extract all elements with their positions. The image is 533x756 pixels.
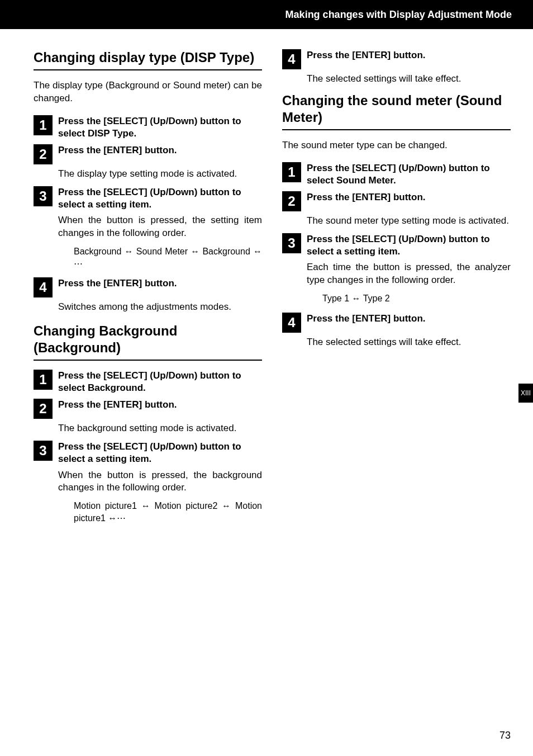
step-cycle-text: Type 1 ↔ Type 2 <box>322 292 511 305</box>
step-number-box: 4 <box>282 49 301 69</box>
step-body: The selected settings will take effect. <box>307 73 511 86</box>
step: 4 Press the [ENTER] button. <box>282 313 511 333</box>
step-body: Each time the button is pressed, the ana… <box>307 261 511 287</box>
header-title: Making changes with Display Adjustment M… <box>285 9 512 21</box>
step: 2 Press the [ENTER] button. <box>282 191 511 211</box>
section-heading: Changing the sound meter (Sound Meter) <box>282 92 511 126</box>
step-title: Press the [ENTER] button. <box>58 399 177 411</box>
step-title: Press the [SELECT] (Up/Down) button to s… <box>307 162 511 187</box>
step-number-box: 1 <box>282 162 301 182</box>
step-title: Press the [SELECT] (Up/Down) button to s… <box>307 233 511 258</box>
chapter-tab: XIII <box>518 384 533 403</box>
step: 1 Press the [SELECT] (Up/Down) button to… <box>34 115 262 140</box>
step-title: Press the [SELECT] (Up/Down) button to s… <box>58 441 262 465</box>
section-heading: Changing display type (DISP Type) <box>34 49 262 66</box>
step-number-box: 2 <box>34 399 53 419</box>
step-number-box: 1 <box>34 370 53 390</box>
content-area: Changing display type (DISP Type) The di… <box>0 29 533 532</box>
step: 4 Press the [ENTER] button. <box>282 49 511 69</box>
step-body: The selected settings will take effect. <box>307 336 511 349</box>
step-body: The background setting mode is activated… <box>58 422 262 435</box>
step: 1 Press the [SELECT] (Up/Down) button to… <box>34 370 262 394</box>
step-title: Press the [ENTER] button. <box>58 277 177 290</box>
step-number-box: 3 <box>282 233 301 253</box>
step: 4 Press the [ENTER] button. <box>34 277 262 297</box>
step-number-box: 2 <box>282 191 301 211</box>
step-title: Press the [SELECT] (Up/Down) button to s… <box>58 370 262 394</box>
step: 3 Press the [SELECT] (Up/Down) button to… <box>34 441 262 465</box>
step-number-box: 3 <box>34 186 53 206</box>
step-title: Press the [ENTER] button. <box>307 191 426 204</box>
step-title: Press the [ENTER] button. <box>307 313 426 325</box>
section-intro: The sound meter type can be changed. <box>282 139 511 152</box>
left-column: Changing display type (DISP Type) The di… <box>34 49 262 532</box>
step-title: Press the [ENTER] button. <box>307 49 426 62</box>
section-rule <box>34 69 262 70</box>
section-intro: The display type (Background or Sound me… <box>34 79 262 105</box>
step: 2 Press the [ENTER] button. <box>34 144 262 164</box>
step-title: Press the [SELECT] (Up/Down) button to s… <box>58 186 262 211</box>
step: 1 Press the [SELECT] (Up/Down) button to… <box>282 162 511 187</box>
step-body: Switches among the adjustments modes. <box>58 301 262 314</box>
step-title: Press the [ENTER] button. <box>58 144 177 157</box>
step-cycle-text: Background ↔ Sound Meter ↔ Background ↔ … <box>74 245 262 270</box>
step-title: Press the [SELECT] (Up/Down) button to s… <box>58 115 262 140</box>
step-body: The sound meter type setting mode is act… <box>307 215 511 228</box>
step-number-box: 2 <box>34 144 53 164</box>
page-number: 73 <box>499 730 511 741</box>
step-number-box: 4 <box>34 277 53 297</box>
step-number-box: 4 <box>282 313 301 333</box>
step-number-box: 1 <box>34 115 53 135</box>
section-rule <box>282 129 511 130</box>
step: 3 Press the [SELECT] (Up/Down) button to… <box>282 233 511 258</box>
step-body: The display type setting mode is activat… <box>58 168 262 181</box>
step-body: When the button is pressed, the backgrou… <box>58 469 262 495</box>
step-body: When the button is pressed, the setting … <box>58 214 262 240</box>
step-cycle-text: Motion picture1 ↔ Motion picture2 ↔ Moti… <box>74 500 262 524</box>
right-column: 4 Press the [ENTER] button. The selected… <box>282 49 511 532</box>
step-number-box: 3 <box>34 441 53 461</box>
section-rule <box>34 360 262 361</box>
section-heading: Changing Background (Background) <box>34 323 262 356</box>
top-bar: Making changes with Display Adjustment M… <box>0 0 533 29</box>
step: 3 Press the [SELECT] (Up/Down) button to… <box>34 186 262 211</box>
step: 2 Press the [ENTER] button. <box>34 399 262 419</box>
page: Making changes with Display Adjustment M… <box>0 0 533 756</box>
